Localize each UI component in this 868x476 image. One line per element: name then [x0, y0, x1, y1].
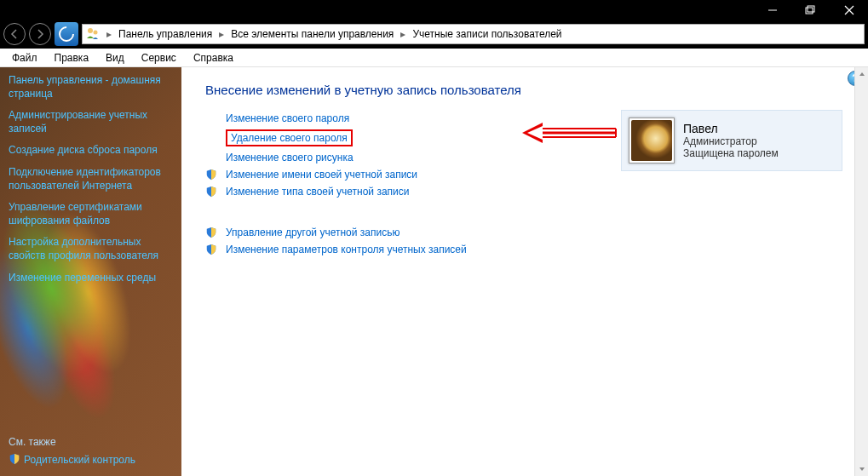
- scroll-up-button[interactable]: [855, 67, 868, 81]
- menu-bar: Файл Правка Вид Сервис Справка: [0, 49, 868, 67]
- svg-rect-1: [806, 8, 813, 14]
- shield-icon: [205, 244, 217, 255]
- svg-point-6: [94, 31, 98, 35]
- sidebar-item-admin[interactable]: Администрирование учетных записей: [9, 109, 173, 135]
- account-role: Администратор: [683, 135, 779, 147]
- app-icon[interactable]: [55, 22, 78, 46]
- scroll-down-button[interactable]: [855, 462, 868, 476]
- shield-icon: [9, 453, 20, 465]
- annotation-arrow: [522, 123, 624, 143]
- svg-rect-2: [808, 6, 814, 12]
- menu-view[interactable]: Вид: [99, 50, 131, 66]
- action-manage-other[interactable]: Управление другой учетной записью: [205, 227, 856, 238]
- sidebar-item-env[interactable]: Изменение переменных среды: [9, 272, 173, 285]
- body: Панель управления - домашняя страница Ад…: [0, 67, 868, 476]
- action-link[interactable]: Удаление своего пароля: [231, 132, 348, 144]
- breadcrumb-seg-1[interactable]: Панель управления: [115, 26, 216, 42]
- menu-edit[interactable]: Правка: [48, 50, 96, 66]
- titlebar: [0, 0, 868, 20]
- close-button[interactable]: [830, 0, 868, 20]
- account-protected: Защищена паролем: [683, 147, 779, 159]
- sidebar-item-certs[interactable]: Управление сертификатами шифрования файл…: [9, 201, 173, 227]
- annotation-highlight: Удаление своего пароля: [226, 129, 353, 146]
- menu-service[interactable]: Сервис: [135, 50, 183, 66]
- chevron-right-icon: ▸: [216, 28, 227, 40]
- svg-point-5: [88, 28, 93, 33]
- sidebar-item-reset-disk[interactable]: Создание диска сброса пароля: [9, 144, 173, 158]
- address-bar[interactable]: ▸ Панель управления ▸ Все элементы панел…: [82, 24, 865, 44]
- vertical-scrollbar[interactable]: [854, 67, 868, 476]
- shield-icon: [205, 227, 217, 238]
- shield-icon: [205, 186, 217, 198]
- breadcrumb-seg-3[interactable]: Учетные записи пользователей: [409, 26, 565, 42]
- sidebar-item-label: Родительский контроль: [24, 454, 135, 466]
- back-button[interactable]: [3, 23, 26, 45]
- sidebar-item-profile[interactable]: Настройка дополнительных свойств профиля…: [9, 236, 173, 262]
- see-also-label: См. также: [9, 436, 173, 448]
- avatar: [629, 118, 675, 163]
- minimize-button[interactable]: [753, 0, 791, 20]
- action-change-type[interactable]: Изменение типа своей учетной записи: [205, 186, 856, 198]
- action-link[interactable]: Изменение своего пароля: [226, 112, 349, 124]
- menu-file[interactable]: Файл: [5, 50, 44, 66]
- account-card: Павел Администратор Защищена паролем: [621, 110, 842, 171]
- breadcrumb-seg-2[interactable]: Все элементы панели управления: [227, 26, 397, 42]
- sidebar: Панель управления - домашняя страница Ад…: [0, 67, 181, 476]
- action-link[interactable]: Изменение имени своей учетной записи: [226, 169, 417, 181]
- shield-icon: [205, 169, 217, 181]
- menu-help[interactable]: Справка: [187, 50, 240, 66]
- account-name: Павел: [683, 122, 779, 135]
- window: ▸ Панель управления ▸ Все элементы панел…: [0, 0, 868, 476]
- chevron-right-icon: ▸: [103, 28, 115, 40]
- forward-button[interactable]: [29, 23, 51, 45]
- maximize-button[interactable]: [791, 0, 830, 20]
- user-accounts-icon: [84, 26, 101, 43]
- action-link[interactable]: Изменение параметров контроля учетных за…: [226, 244, 467, 255]
- action-link[interactable]: Изменение своего рисунка: [226, 152, 354, 163]
- action-link[interactable]: Изменение типа своей учетной записи: [226, 186, 409, 198]
- account-info: Павел Администратор Защищена паролем: [683, 122, 779, 159]
- sidebar-item-online-ids[interactable]: Подключение идентификаторов пользователе…: [9, 166, 173, 192]
- action-uac-settings[interactable]: Изменение параметров контроля учетных за…: [205, 244, 856, 255]
- chevron-right-icon: ▸: [397, 28, 409, 40]
- sidebar-item-home[interactable]: Панель управления - домашняя страница: [9, 74, 173, 100]
- page-heading: Внесение изменений в учетную запись поль…: [205, 83, 856, 97]
- action-link[interactable]: Управление другой учетной записью: [226, 227, 400, 238]
- sidebar-item-parental[interactable]: Родительский контроль: [9, 453, 173, 467]
- nav-row: ▸ Панель управления ▸ Все элементы панел…: [0, 20, 868, 49]
- main-content: ? Внесение изменений в учетную запись по…: [181, 67, 868, 476]
